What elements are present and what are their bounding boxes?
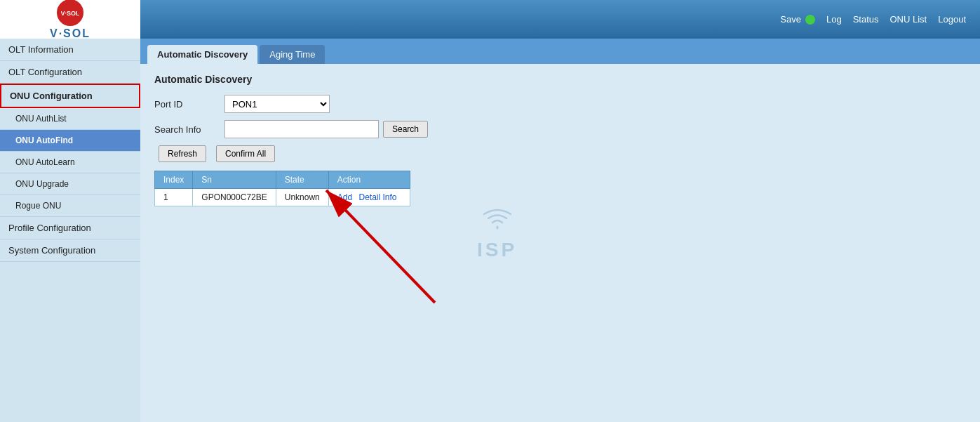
- top-header: V·SOL V·SOL Save Log Status ONU List Log…: [0, 0, 980, 39]
- action-buttons-row: Refresh Confirm All: [154, 145, 966, 162]
- sidebar-item-onu-configuration[interactable]: ONU Configuration: [0, 84, 140, 108]
- sidebar-item-system-configuration[interactable]: System Configuration: [0, 239, 140, 262]
- cell-state: Unknown: [276, 189, 328, 206]
- sidebar-item-onu-autofind[interactable]: ONU AutoFind: [0, 130, 140, 152]
- table-header-row: Index Sn State Action: [155, 171, 410, 189]
- search-info-row: Search Info Search: [154, 120, 966, 138]
- tab-aging-time[interactable]: Aging Time: [260, 45, 325, 64]
- tab-bar: Automatic Discovery Aging Time: [140, 39, 980, 64]
- svg-text:V·SOL: V·SOL: [61, 10, 79, 17]
- detail-info-link[interactable]: Detail Info: [358, 192, 396, 202]
- search-input[interactable]: [224, 120, 379, 138]
- sidebar-item-onu-authlist[interactable]: ONU AuthList: [0, 108, 140, 130]
- logout-link[interactable]: Logout: [938, 14, 966, 25]
- cell-index: 1: [155, 189, 193, 206]
- col-state: State: [276, 171, 328, 189]
- add-link[interactable]: Add: [337, 192, 352, 202]
- onu-list-link[interactable]: ONU List: [890, 14, 927, 25]
- sidebar-item-olt-information[interactable]: OLT Information: [0, 39, 140, 61]
- status-link[interactable]: Status: [853, 14, 879, 25]
- confirm-all-button[interactable]: Confirm All: [216, 145, 275, 162]
- svg-line-3: [326, 190, 435, 303]
- sidebar: OLT Information OLT Configuration ONU Co…: [0, 39, 140, 422]
- sidebar-item-olt-configuration[interactable]: OLT Configuration: [0, 61, 140, 84]
- data-table: Index Sn State Action 1 GPON000C72BE Unk…: [154, 171, 410, 206]
- col-index: Index: [155, 171, 193, 189]
- port-id-label: Port ID: [154, 99, 224, 110]
- cell-action: Add Detail Info: [328, 189, 410, 206]
- port-id-select[interactable]: PON1 PON2 PON3 PON4: [224, 95, 330, 113]
- isp-watermark: ISP: [477, 204, 517, 261]
- status-dot: [805, 15, 815, 25]
- sidebar-item-onu-upgrade[interactable]: ONU Upgrade: [0, 173, 140, 195]
- table-row: 1 GPON000C72BE Unknown Add Detail Info: [155, 189, 410, 206]
- isp-text: ISP: [477, 239, 517, 261]
- cell-sn: GPON000C72BE: [193, 189, 276, 206]
- main-layout: OLT Information OLT Configuration ONU Co…: [0, 39, 980, 422]
- vsol-logo: V·SOL V·SOL: [50, 0, 90, 40]
- page-title: Automatic Discovery: [154, 74, 966, 85]
- logo-icon: V·SOL: [57, 0, 83, 26]
- search-button[interactable]: Search: [383, 121, 428, 138]
- page-content: Automatic Discovery Port ID PON1 PON2 PO…: [140, 64, 980, 422]
- logo-text: V·SOL: [50, 27, 90, 40]
- header-save-area: Save: [780, 14, 815, 25]
- log-link[interactable]: Log: [826, 14, 842, 25]
- sidebar-item-profile-configuration[interactable]: Profile Configuration: [0, 217, 140, 239]
- col-action: Action: [328, 171, 410, 189]
- col-sn: Sn: [193, 171, 276, 189]
- sidebar-item-rogue-onu[interactable]: Rogue ONU: [0, 195, 140, 217]
- port-id-row: Port ID PON1 PON2 PON3 PON4: [154, 95, 966, 113]
- sidebar-item-onu-autolearn[interactable]: ONU AutoLearn: [0, 152, 140, 173]
- search-info-label: Search Info: [154, 124, 224, 135]
- refresh-button[interactable]: Refresh: [159, 145, 206, 162]
- wifi-icon: [480, 204, 515, 239]
- tab-automatic-discovery[interactable]: Automatic Discovery: [147, 45, 257, 64]
- content-area: Automatic Discovery Aging Time Automatic…: [140, 39, 980, 422]
- save-label: Save: [780, 14, 801, 25]
- logo-area: V·SOL V·SOL: [0, 0, 140, 39]
